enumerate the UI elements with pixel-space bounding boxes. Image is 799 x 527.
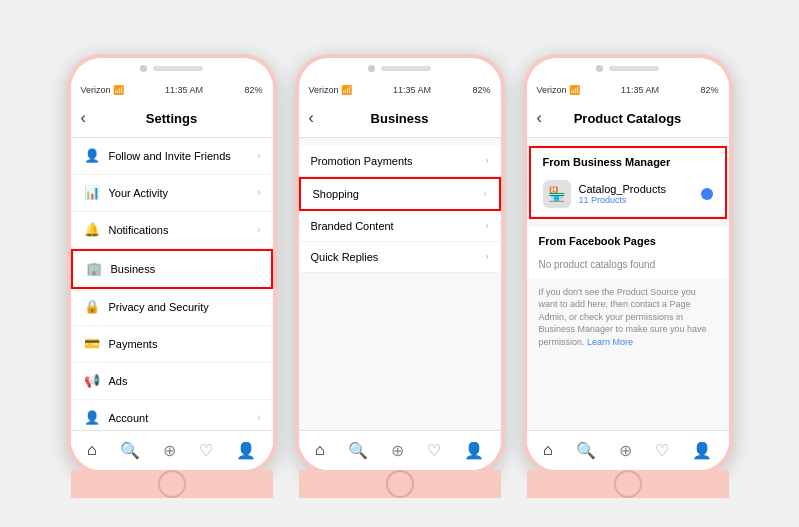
activity-icon: 📊 <box>83 184 101 202</box>
divider-3b <box>527 219 729 227</box>
shopping-label: Shopping <box>313 188 360 200</box>
catalog-text: Catalog_Products 11 Products <box>579 183 666 205</box>
list-item-ads[interactable]: 📢 Ads <box>71 363 273 400</box>
list-item-account[interactable]: 👤 Account › <box>71 400 273 430</box>
status-right-3: 82% <box>700 85 718 95</box>
search-nav-icon-2[interactable]: 🔍 <box>348 441 368 460</box>
status-bar-2: Verizon 📶 11:35 AM 82% <box>299 80 501 100</box>
bottom-nav-1: ⌂ 🔍 ⊕ ♡ 👤 <box>71 430 273 470</box>
business-list: Promotion Payments › Shopping › Branded … <box>299 146 501 273</box>
screen-1: ‹ Settings 👤 Follow and Invite Friends › <box>71 100 273 470</box>
back-button-1[interactable]: ‹ <box>81 109 86 127</box>
add-nav-icon-1[interactable]: ⊕ <box>163 441 176 460</box>
selected-indicator <box>701 188 713 200</box>
battery-2: 82% <box>472 85 490 95</box>
catalog-sub: 11 Products <box>579 195 666 205</box>
payments-icon: 💳 <box>83 335 101 353</box>
profile-nav-icon-3[interactable]: 👤 <box>692 441 712 460</box>
search-nav-icon-3[interactable]: 🔍 <box>576 441 596 460</box>
list-item-follow[interactable]: 👤 Follow and Invite Friends › <box>71 138 273 175</box>
speaker-2 <box>381 66 431 71</box>
screen-2: ‹ Business Promotion Payments › Shopping… <box>299 100 501 470</box>
carrier-3: Verizon <box>537 85 567 95</box>
back-button-2[interactable]: ‹ <box>309 109 314 127</box>
list-item-quick-replies[interactable]: Quick Replies › <box>299 242 501 273</box>
camera-dot-1 <box>140 65 147 72</box>
nav-bar-3: ‹ Product Catalogs <box>527 100 729 138</box>
status-left-1: Verizon 📶 <box>81 85 124 95</box>
wifi-icon-2: 📶 <box>341 85 352 95</box>
screen-3: ‹ Product Catalogs From Business Manager… <box>527 100 729 470</box>
home-button-area-3 <box>527 470 729 498</box>
phones-container: Verizon 📶 11:35 AM 82% ‹ Settings <box>47 34 753 494</box>
back-button-3[interactable]: ‹ <box>537 109 542 127</box>
notifications-chevron: › <box>257 224 260 235</box>
home-button-1[interactable] <box>158 470 186 498</box>
from-business-manager-header: From Business Manager <box>531 148 725 172</box>
status-left-3: Verizon 📶 <box>537 85 580 95</box>
home-nav-icon-3[interactable]: ⌂ <box>543 441 553 459</box>
battery-1: 82% <box>244 85 262 95</box>
carrier-2: Verizon <box>309 85 339 95</box>
list-item-notifications[interactable]: 🔔 Notifications › <box>71 212 273 249</box>
heart-nav-icon-3[interactable]: ♡ <box>655 441 669 460</box>
ads-icon: 📢 <box>83 372 101 390</box>
list-item-shopping[interactable]: Shopping › <box>299 177 501 211</box>
carrier-1: Verizon <box>81 85 111 95</box>
catalog-item-products[interactable]: 🏪 Catalog_Products 11 Products <box>531 172 725 217</box>
follow-icon: 👤 <box>83 147 101 165</box>
time-3: 11:35 AM <box>621 85 659 95</box>
search-nav-icon-1[interactable]: 🔍 <box>120 441 140 460</box>
time-1: 11:35 AM <box>165 85 203 95</box>
content-3: From Business Manager 🏪 Catalog_Products… <box>527 138 729 430</box>
activity-label: Your Activity <box>109 187 169 199</box>
list-item-privacy[interactable]: 🔒 Privacy and Security <box>71 289 273 326</box>
speaker-1 <box>153 66 203 71</box>
promotion-label: Promotion Payments <box>311 155 413 167</box>
account-label: Account <box>109 412 149 424</box>
list-item-business[interactable]: 🏢 Business <box>71 249 273 289</box>
list-item-branded[interactable]: Branded Content › <box>299 211 501 242</box>
ads-label: Ads <box>109 375 128 387</box>
privacy-label: Privacy and Security <box>109 301 209 313</box>
account-icon: 👤 <box>83 409 101 427</box>
nav-title-3: Product Catalogs <box>574 111 682 126</box>
home-nav-icon-2[interactable]: ⌂ <box>315 441 325 459</box>
status-left-2: Verizon 📶 <box>309 85 352 95</box>
catalog-name: Catalog_Products <box>579 183 666 195</box>
home-button-area-2 <box>299 470 501 498</box>
learn-more-link[interactable]: Learn More <box>587 337 633 347</box>
phone-1: Verizon 📶 11:35 AM 82% ‹ Settings <box>67 54 277 474</box>
divider-2 <box>299 138 501 146</box>
heart-nav-icon-2[interactable]: ♡ <box>427 441 441 460</box>
list-item-promotion[interactable]: Promotion Payments › <box>299 146 501 177</box>
battery-3: 82% <box>700 85 718 95</box>
account-chevron: › <box>257 412 260 423</box>
settings-list: 👤 Follow and Invite Friends › 📊 Your Act… <box>71 138 273 430</box>
status-bar-3: Verizon 📶 11:35 AM 82% <box>527 80 729 100</box>
add-nav-icon-3[interactable]: ⊕ <box>619 441 632 460</box>
home-button-2[interactable] <box>386 470 414 498</box>
no-catalog-text: No product catalogs found <box>527 251 729 278</box>
nav-title-2: Business <box>371 111 429 126</box>
bottom-nav-2: ⌂ 🔍 ⊕ ♡ 👤 <box>299 430 501 470</box>
profile-nav-icon-2[interactable]: 👤 <box>464 441 484 460</box>
bottom-nav-3: ⌂ 🔍 ⊕ ♡ 👤 <box>527 430 729 470</box>
home-button-area-1 <box>71 470 273 498</box>
follow-chevron: › <box>257 150 260 161</box>
list-item-payments[interactable]: 💳 Payments <box>71 326 273 363</box>
add-nav-icon-2[interactable]: ⊕ <box>391 441 404 460</box>
branded-chevron: › <box>485 220 488 231</box>
business-manager-section: From Business Manager 🏪 Catalog_Products… <box>529 146 727 219</box>
heart-nav-icon-1[interactable]: ♡ <box>199 441 213 460</box>
list-item-activity[interactable]: 📊 Your Activity › <box>71 175 273 212</box>
notifications-icon: 🔔 <box>83 221 101 239</box>
home-button-3[interactable] <box>614 470 642 498</box>
phone-top-bar-2 <box>299 58 501 80</box>
nav-bar-1: ‹ Settings <box>71 100 273 138</box>
profile-nav-icon-1[interactable]: 👤 <box>236 441 256 460</box>
home-nav-icon-1[interactable]: ⌂ <box>87 441 97 459</box>
info-text: If you don't see the Product Source you … <box>527 278 729 357</box>
follow-label: Follow and Invite Friends <box>109 150 231 162</box>
business-label: Business <box>111 263 156 275</box>
